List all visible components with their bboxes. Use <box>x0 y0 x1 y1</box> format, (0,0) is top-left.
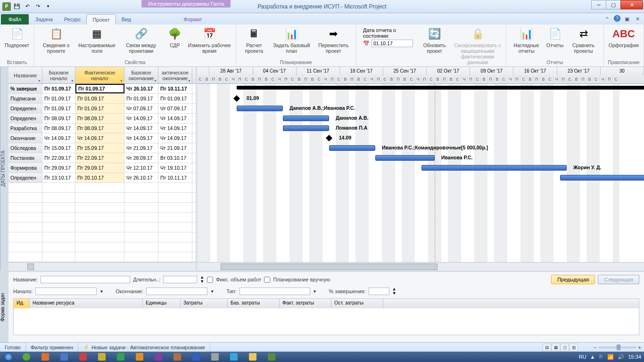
tb-app-11[interactable] <box>206 352 224 362</box>
ft-col-acost[interactable]: Факт. затраты <box>280 299 331 308</box>
tray-sound-icon[interactable]: 🔊 <box>618 354 624 360</box>
view-gantt-icon[interactable]: ▤ <box>543 344 551 351</box>
maximize-button[interactable]: ▢ <box>606 0 621 9</box>
zoom-in-icon[interactable]: + <box>638 345 641 350</box>
col-baseline-start[interactable]: Базовое начало▼ <box>42 67 75 83</box>
minimize-button[interactable]: ─ <box>591 0 606 9</box>
chk-fixed[interactable] <box>207 277 213 283</box>
tab-view[interactable]: Вид <box>116 14 137 25</box>
view-usage-icon[interactable]: ▦ <box>552 344 560 351</box>
btn-links[interactable]: 🔗Связи между проектами <box>119 25 164 55</box>
tab-file[interactable]: Файл <box>1 14 29 25</box>
ft-col-id[interactable]: Ид. <box>14 299 30 308</box>
tb-app-12[interactable] <box>224 352 243 362</box>
btn-calc-project[interactable]: 🖩Расчет проекта <box>239 25 269 55</box>
undo-icon[interactable]: ↶ <box>23 2 32 11</box>
tb-app-9[interactable] <box>168 352 187 362</box>
app-icon[interactable]: P <box>2 2 11 11</box>
gantt-chart[interactable]: 01.09Данилов А.В.;Иванова Р.С.Данилов А.… <box>197 84 644 262</box>
table-row[interactable]: % завершеПт 01.09.17Пт 01.09.17Чт 26.10.… <box>8 84 196 94</box>
start-button[interactable] <box>0 352 17 362</box>
btn-spelling[interactable]: ABCОрфография <box>607 25 641 49</box>
field-start[interactable] <box>35 288 97 295</box>
btn-next[interactable]: Следующая <box>598 275 639 284</box>
col-actual-start[interactable]: Фактическое начало▼ <box>75 67 124 83</box>
btn-subproject[interactable]: 📄Подпроект <box>3 25 31 49</box>
table-row[interactable]: РазработкаПт 08.09.17Пт 08.09.17Чт 14.09… <box>8 123 196 133</box>
ft-col-cost[interactable]: Затраты <box>181 299 228 308</box>
view-team-icon[interactable]: ◫ <box>561 344 569 351</box>
tab-project[interactable]: Проект <box>86 14 116 25</box>
tb-app-1[interactable] <box>17 352 36 362</box>
tb-app-4[interactable] <box>74 352 92 362</box>
tb-app-13[interactable] <box>243 352 262 362</box>
tab-format[interactable]: Формат <box>178 14 208 25</box>
field-name[interactable] <box>41 276 130 283</box>
btn-previous[interactable]: Предыдущая <box>551 275 595 284</box>
grid-body[interactable]: % завершеПт 01.09.17Пт 01.09.17Чт 26.10.… <box>8 84 196 262</box>
col-actual-finish[interactable]: актическое окончание▼ <box>158 67 192 83</box>
tb-app-8[interactable] <box>149 352 168 362</box>
chk-manual[interactable] <box>264 277 270 283</box>
btn-wbs[interactable]: 🌳СДР <box>165 25 184 49</box>
tb-app-2[interactable] <box>36 352 55 362</box>
resource-table-body[interactable] <box>14 308 639 335</box>
spinner-icon[interactable]: ▲▼ <box>200 275 204 284</box>
btn-custom-fields[interactable]: ▦Настраиваемые поля <box>77 25 117 55</box>
view-sheet-icon[interactable]: ▥ <box>570 344 578 351</box>
table-row[interactable]: ОпределенПт 01.09.17Пт 01.09.17Чт 07.09.… <box>8 104 196 114</box>
field-type[interactable] <box>239 288 310 295</box>
tray-lang[interactable]: RU <box>579 354 586 360</box>
tb-app-7[interactable] <box>130 352 149 362</box>
redo-icon[interactable]: ↷ <box>33 2 42 11</box>
table-row[interactable]: ОпределенПт 13.10.17Пт 20.10.17Чт 26.10.… <box>8 173 196 183</box>
zoom-control[interactable]: − + <box>594 345 641 350</box>
tray-time[interactable]: 15:34 <box>628 354 641 360</box>
field-finish[interactable] <box>146 288 207 295</box>
col-name[interactable]: Название▼ <box>8 67 42 83</box>
table-row[interactable]: ОкончаниеЧт 14.09.17Чт 14.09.17Чт 14.09.… <box>8 133 196 143</box>
btn-compare[interactable]: ⇄Сравнить проекты <box>566 25 601 55</box>
restore-window-icon[interactable]: ▣ <box>623 15 631 23</box>
zoom-out-icon[interactable]: − <box>594 345 596 350</box>
ft-col-rcost[interactable]: Ост. затраты <box>331 299 383 308</box>
tray-network-icon[interactable]: 📶 <box>607 354 614 360</box>
qat-customize-icon[interactable]: ▼ <box>43 2 53 11</box>
grid-hscroll[interactable] <box>8 262 196 271</box>
ft-col-resname[interactable]: Название ресурса <box>30 299 143 308</box>
tb-app-6[interactable] <box>111 352 130 362</box>
btn-update-project[interactable]: 🔄Обновить проект <box>419 25 450 55</box>
view-side-label[interactable]: ДАТЫ ПРОЕКТА <box>0 67 8 271</box>
tab-resource[interactable]: Ресурс <box>58 14 86 25</box>
table-row[interactable]: ПостановкПт 22.09.17Пт 22.09.17Чт 28.09.… <box>8 153 196 163</box>
btn-baseline[interactable]: 📊Задать базовый план <box>271 25 312 55</box>
field-duration[interactable] <box>163 276 197 283</box>
help-icon[interactable]: ? <box>614 15 620 22</box>
table-row[interactable]: ПодписаниПт 01.09.17Пт 01.09.17Пт 01.09.… <box>8 94 196 104</box>
status-date-input[interactable] <box>372 40 413 47</box>
btn-move-project[interactable]: ➡Переместить проект <box>314 25 353 55</box>
btn-visual-reports[interactable]: 📊Наглядные отчеты <box>509 25 544 55</box>
tray-flag-icon[interactable]: ▲ <box>590 354 595 360</box>
tray-action-icon[interactable]: ⚐ <box>599 354 603 360</box>
tb-app-14[interactable] <box>262 352 281 362</box>
form-side-label[interactable]: Форма задач <box>0 272 8 342</box>
table-row[interactable]: ОбследоваПт 15.09.17Пт 15.09.17Чт 21.09.… <box>8 143 196 153</box>
btn-reports[interactable]: 📄Отчеты <box>545 25 564 49</box>
minimize-ribbon-icon[interactable]: ^ <box>603 15 611 23</box>
tb-app-3[interactable] <box>55 352 74 362</box>
close-child-icon[interactable]: ✕ <box>634 15 641 23</box>
tab-task[interactable]: Задача <box>30 14 58 25</box>
tb-app-10[interactable] <box>187 352 206 362</box>
save-icon[interactable]: 💾 <box>12 2 22 11</box>
field-pct[interactable] <box>369 288 389 295</box>
btn-project-info[interactable]: 📋Сведения о проекте <box>37 25 75 55</box>
close-button[interactable]: ✕ <box>620 0 643 9</box>
col-baseline-finish[interactable]: Базовое окончание▼ <box>124 67 158 83</box>
gantt-hscroll[interactable] <box>197 262 644 271</box>
spinner-icon[interactable]: ▲▼ <box>392 287 396 296</box>
ft-col-units[interactable]: Единицы <box>143 299 181 308</box>
tb-app-5[interactable] <box>92 352 111 362</box>
ft-col-bcost[interactable]: Баз. затраты <box>228 299 280 308</box>
table-row[interactable]: ОпределенПт 08.09.17Пт 08.09.17Чт 14.09.… <box>8 114 196 123</box>
